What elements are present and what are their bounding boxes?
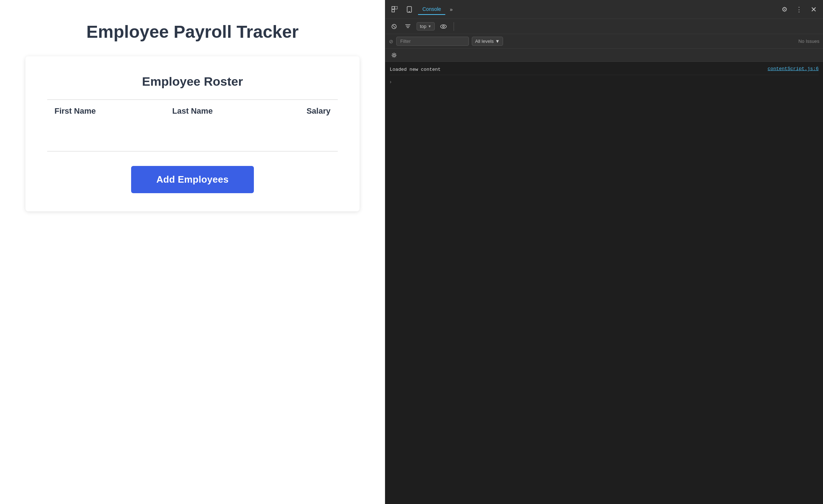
devtools-gear-toolbar <box>385 49 823 62</box>
context-chevron-icon: ▼ <box>428 24 431 28</box>
devtools-filter-toolbar: ⊘ All levels ▼ No Issues <box>385 34 823 49</box>
expand-arrow-icon[interactable]: › <box>390 77 392 86</box>
console-settings-button[interactable] <box>389 50 399 60</box>
svg-rect-2 <box>392 9 394 12</box>
svg-line-17 <box>392 53 393 54</box>
svg-point-12 <box>393 54 395 56</box>
toolbar-divider <box>454 22 454 31</box>
svg-point-11 <box>442 25 444 27</box>
devtools-panel: Console » ⚙ ⋮ ✕ top ▼ <box>385 0 823 504</box>
filter-console-button[interactable] <box>403 21 413 32</box>
devtools-close-button[interactable]: ✕ <box>808 4 819 15</box>
level-label: All levels <box>475 38 494 44</box>
employee-roster-card: Employee Roster First Name Last Name Sal… <box>25 56 360 211</box>
add-employees-button[interactable]: Add Employees <box>131 166 254 193</box>
level-chevron-icon: ▼ <box>495 38 500 44</box>
page-title: Employee Payroll Tracker <box>86 22 299 42</box>
table-body <box>47 122 338 151</box>
devtools-settings-button[interactable]: ⚙ <box>779 4 790 15</box>
device-toolbar-button[interactable] <box>404 4 415 15</box>
filter-icon: ⊘ <box>389 38 393 44</box>
eye-icon-button[interactable] <box>438 21 449 32</box>
devtools-right-icons: ⚙ ⋮ ✕ <box>779 4 819 15</box>
console-log-source[interactable]: contentScript.js:6 <box>768 66 819 72</box>
browser-content: Employee Payroll Tracker Employee Roster… <box>0 0 385 504</box>
svg-line-6 <box>393 25 395 28</box>
svg-rect-0 <box>392 7 394 9</box>
employee-table: First Name Last Name Salary <box>47 99 338 151</box>
svg-line-20 <box>392 56 393 57</box>
log-level-selector[interactable]: All levels ▼ <box>472 37 503 46</box>
devtools-top-toolbar: Console » ⚙ ⋮ ✕ <box>385 0 823 19</box>
col-header-first-name: First Name <box>54 106 146 116</box>
filter-input[interactable] <box>396 37 469 46</box>
clear-console-button[interactable] <box>389 21 399 32</box>
no-issues-label: No Issues <box>798 38 819 44</box>
roster-title: Employee Roster <box>142 74 243 89</box>
console-content: Loaded new content contentScript.js:6 › <box>385 62 823 504</box>
tab-more[interactable]: » <box>447 4 455 15</box>
console-log-text: Loaded new content <box>390 66 763 73</box>
svg-point-10 <box>441 25 446 28</box>
inspect-element-button[interactable] <box>389 4 401 15</box>
tab-console[interactable]: Console <box>418 4 445 15</box>
table-header: First Name Last Name Salary <box>47 99 338 122</box>
context-label: top <box>420 24 426 29</box>
svg-line-19 <box>395 53 396 54</box>
svg-rect-1 <box>395 7 397 9</box>
context-selector[interactable]: top ▼ <box>417 22 435 31</box>
console-log-entry: Loaded new content contentScript.js:6 <box>390 65 819 75</box>
devtools-tabs: Console » <box>418 4 455 15</box>
devtools-secondary-toolbar: top ▼ <box>385 19 823 34</box>
col-header-salary: Salary <box>239 106 331 116</box>
console-expand-row: › <box>390 77 819 87</box>
devtools-more-button[interactable]: ⋮ <box>793 4 805 15</box>
col-header-last-name: Last Name <box>146 106 238 116</box>
svg-line-18 <box>395 56 396 57</box>
